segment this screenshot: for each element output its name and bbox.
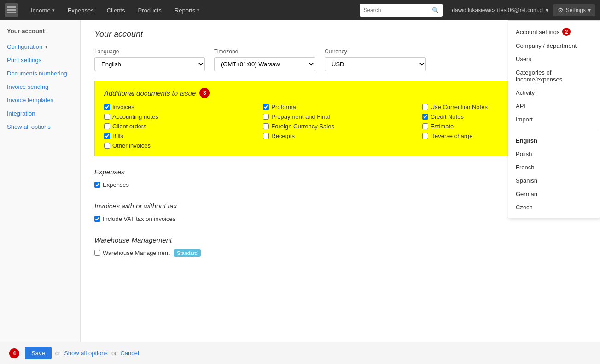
nav-products-label: Products [138,7,161,14]
step-4-badge: 4 [9,348,19,358]
reverse-charge-label[interactable]: Reverse charge [431,133,473,139]
other-invoices-label[interactable]: Other invoices [112,142,151,149]
sidebar-item-show-all[interactable]: Show all options [0,120,80,133]
sidebar-item-invoice-templates[interactable]: Invoice templates [0,93,80,107]
invoices-checkbox[interactable] [104,104,110,110]
dropdown-lang-polish[interactable]: Polish [508,147,600,161]
sidebar-item-print-settings[interactable]: Print settings [0,53,80,67]
checkbox-foreign-currency: Foreign Currency Sales [263,123,417,130]
credit-notes-checkbox[interactable] [422,114,428,120]
topnav: Income ▾ Expenses Clients Products Repor… [0,0,600,20]
proforma-label[interactable]: Proforma [271,104,296,110]
estimate-checkbox[interactable] [422,123,428,129]
dropdown-lang-spanish[interactable]: Spanish [508,174,600,187]
dropdown-lang-german[interactable]: German [508,187,600,201]
reverse-charge-checkbox[interactable] [422,133,428,139]
checkbox-proforma: Proforma [263,104,417,110]
search-input[interactable] [363,7,432,13]
receipts-checkbox[interactable] [263,133,269,139]
estimate-label[interactable]: Estimate [431,123,454,130]
checkbox-client-orders: Client orders [104,123,258,130]
bills-label[interactable]: Bills [112,133,123,139]
dropdown-users[interactable]: Users [508,52,600,66]
lang-czech-label: Czech [516,204,533,211]
credit-notes-label[interactable]: Credit Notes [431,113,464,120]
sidebar-print-label: Print settings [7,57,41,64]
dropdown-account-settings[interactable]: Account settings 2 [508,24,600,39]
language-select[interactable]: English Polish French Spanish German Cze… [94,57,205,71]
vat-checkbox[interactable] [94,216,100,222]
checkbox-other-invoices: Other invoices [104,142,258,149]
nav-reports-label: Reports [175,7,196,14]
lang-french-label: French [516,164,534,171]
timezone-group: Timezone (GMT+01:00) Warsaw (GMT+00:00) … [214,48,315,71]
categories-label: Categories of income/expenses [516,69,592,83]
lang-german-label: German [516,191,537,197]
expenses-checkbox[interactable] [94,182,100,188]
bills-checkbox[interactable] [104,133,110,139]
nav-reports[interactable]: Reports ▾ [169,4,205,17]
accounting-notes-checkbox[interactable] [104,114,110,120]
checkbox-warehouse: Warehouse Management Standard [94,249,586,256]
foreign-currency-label[interactable]: Foreign Currency Sales [271,123,334,130]
save-button[interactable]: Save [25,347,52,359]
dropdown-lang-french[interactable]: French [508,161,600,174]
dropdown-lang-czech[interactable]: Czech [508,201,600,214]
currency-group: Currency USD EUR GBP PLN [325,48,426,71]
invoices-label[interactable]: Invoices [112,104,134,110]
settings-button[interactable]: ⚙ Settings ▾ [553,4,595,16]
user-button[interactable]: dawid.lukasiewicz+test06@rst.com.pl ▾ [448,5,552,16]
settings-label: Settings [566,7,586,13]
sidebar-item-integration[interactable]: Integration [0,107,80,120]
sidebar-title: Your account [0,28,80,40]
nav-reports-arrow: ▾ [197,8,199,12]
nav-clients[interactable]: Clients [101,4,131,17]
sidebar-item-configuration[interactable]: Configuration ▾ [0,40,80,53]
expenses-checkbox-label[interactable]: Expenses [103,181,129,188]
svg-rect-1 [7,9,16,11]
additional-docs-title-text: Additional documents to issue [104,89,196,97]
sidebar-item-invoice-sending[interactable]: Invoice sending [0,80,80,93]
standard-badge: Standard [174,249,201,257]
app-logo[interactable] [5,3,18,17]
cancel-link[interactable]: Cancel [120,350,139,357]
settings-arrow-icon: ▾ [588,7,591,13]
dropdown-lang-english[interactable]: English [508,134,600,147]
warehouse-section: Warehouse Management Warehouse Managemen… [94,236,586,256]
user-arrow-icon: ▾ [546,7,548,13]
timezone-select[interactable]: (GMT+01:00) Warsaw (GMT+00:00) UTC [214,57,315,71]
currency-select[interactable]: USD EUR GBP PLN [325,57,426,71]
dropdown-categories[interactable]: Categories of income/expenses [508,66,600,86]
lang-polish-label: Polish [516,150,532,157]
warehouse-section-title: Warehouse Management [94,236,586,244]
nav-products[interactable]: Products [132,4,167,17]
warehouse-label[interactable]: Warehouse Management Standard [103,249,201,256]
correction-notes-label[interactable]: Use Correction Notes [431,104,488,110]
nav-income[interactable]: Income ▾ [25,4,60,17]
warehouse-checkbox[interactable] [94,250,100,256]
activity-label: Activity [516,89,535,96]
dropdown-import[interactable]: Import [508,113,600,126]
foreign-currency-checkbox[interactable] [263,123,269,129]
account-settings-label: Account settings [516,29,559,35]
timezone-label: Timezone [214,48,315,55]
prepayment-label[interactable]: Prepayment and Final [271,113,330,120]
dropdown-api[interactable]: API [508,99,600,113]
client-orders-checkbox[interactable] [104,123,110,129]
vat-checkbox-label[interactable]: Include VAT tax on invoices [103,215,175,222]
sidebar-configuration-arrow-icon: ▾ [45,44,47,49]
dropdown-activity[interactable]: Activity [508,86,600,99]
show-all-options-link[interactable]: Show all options [64,350,108,357]
client-orders-label[interactable]: Client orders [112,123,146,130]
dropdown-company[interactable]: Company / department [508,39,600,52]
sidebar-item-documents-numbering[interactable]: Documents numbering [0,67,80,80]
prepayment-checkbox[interactable] [263,114,269,120]
accounting-notes-label[interactable]: Accounting notes [112,113,158,120]
currency-label: Currency [325,48,426,55]
other-invoices-checkbox[interactable] [104,143,110,149]
account-settings-badge: 2 [562,28,571,36]
receipts-label[interactable]: Receipts [271,133,295,139]
correction-notes-checkbox[interactable] [422,104,428,110]
nav-expenses[interactable]: Expenses [62,4,99,17]
proforma-checkbox[interactable] [263,104,269,110]
